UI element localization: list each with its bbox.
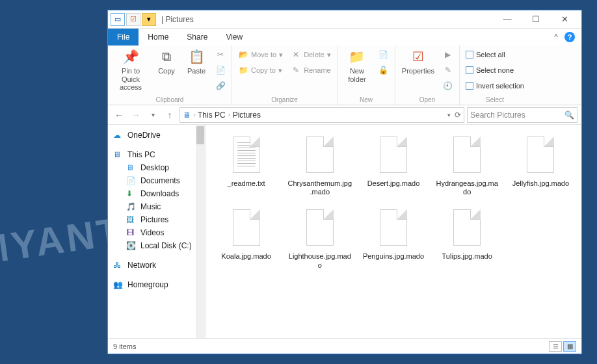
breadcrumb-pictures[interactable]: Pictures (233, 110, 261, 120)
scroll-thumb[interactable] (196, 126, 204, 144)
history-button[interactable]: 🕘 (441, 79, 455, 93)
copy-button[interactable]: ⧉ Copy (153, 47, 179, 75)
documents-icon: 📄 (126, 176, 137, 185)
nav-recent-button[interactable]: ▾ (146, 108, 160, 122)
invertselection-button[interactable]: Invert selection (464, 79, 526, 93)
view-details-button[interactable]: ☰ (549, 341, 562, 352)
pictures-icon: 🖼 (126, 215, 137, 224)
explorer-window: ▭ ☑ ▾ | Pictures — ☐ ✕ File Home Share V… (107, 10, 582, 354)
file-item[interactable]: _readme.txt (211, 130, 282, 199)
nav-network[interactable]: 🖧Network (108, 259, 205, 272)
blankfile-icon (448, 205, 486, 250)
history-icon: 🕘 (443, 81, 453, 91)
tab-view[interactable]: View (217, 29, 252, 46)
tab-home[interactable]: Home (139, 29, 178, 46)
delete-icon: ✕ (291, 49, 301, 60)
minimize-button[interactable]: — (493, 11, 522, 28)
tab-file[interactable]: File (108, 29, 139, 46)
pin-to-quick-access-button[interactable]: 📌 Pin to Quick access (112, 47, 150, 92)
blankfile-icon (301, 133, 339, 177)
properties-button[interactable]: ☑ Properties (399, 47, 437, 75)
blankfile-icon (301, 205, 339, 250)
file-item[interactable]: Lighthouse.jpg.mado (284, 203, 355, 272)
selectall-button[interactable]: Select all (464, 47, 526, 62)
nav-homegroup[interactable]: 👥Homegroup (108, 278, 205, 291)
file-item[interactable]: Koala.jpg.mado (211, 203, 282, 272)
pin-icon: 📌 (121, 47, 140, 66)
nav-pictures[interactable]: 🖼Pictures (108, 213, 205, 226)
file-item[interactable]: Hydrangeas.jpg.mado (432, 130, 503, 199)
paste-button[interactable]: 📋 Paste (183, 47, 209, 75)
help-button[interactable]: ? (564, 32, 575, 42)
copyto-button[interactable]: 📁Copy to ▾ (236, 63, 285, 77)
cloud-icon: ☁ (113, 131, 124, 140)
nav-forward-button[interactable]: → (129, 108, 143, 122)
file-name: Jellyfish.jpg.mado (512, 179, 569, 188)
copypath-icon: 📄 (215, 65, 226, 75)
easyaccess-icon: 🔓 (378, 65, 389, 75)
nav-localdisk[interactable]: 💽Local Disk (C:) (108, 239, 205, 252)
qat-newfolder-icon[interactable]: ▾ (142, 13, 156, 26)
selectnone-button[interactable]: Select none (464, 63, 526, 77)
nav-downloads[interactable]: ⬇Downloads (108, 187, 205, 200)
group-clipboard-label: Clipboard (112, 96, 228, 103)
collapse-ribbon-button[interactable]: ^ (554, 32, 558, 42)
pasteshortcut-button[interactable]: 🔗 (213, 79, 228, 93)
nav-scrollbar[interactable] (196, 125, 205, 338)
nav-desktop[interactable]: 🖥Desktop (108, 161, 205, 174)
nav-back-button[interactable]: ← (112, 108, 126, 122)
address-dropdown-button[interactable]: ▾ (447, 112, 451, 118)
file-item[interactable]: Jellyfish.jpg.mado (505, 130, 576, 199)
ribbon-right: ^ ? (554, 29, 581, 46)
nav-videos[interactable]: 🎞Videos (108, 226, 205, 239)
nav-up-button[interactable]: ↑ (163, 108, 177, 122)
open-button[interactable]: ▶ (441, 47, 455, 62)
view-switcher: ☰ ▦ (549, 341, 576, 352)
ribbon: 📌 Pin to Quick access ⧉ Copy 📋 Paste ✂ 📄… (108, 46, 581, 105)
file-item[interactable]: Chrysanthemum.jpg.mado (284, 130, 355, 199)
moveto-button[interactable]: 📂Move to ▾ (236, 47, 285, 62)
view-icons-button[interactable]: ▦ (563, 341, 576, 352)
nav-onedrive[interactable]: ☁OneDrive (108, 129, 205, 142)
group-new-label: New (341, 96, 391, 103)
file-item[interactable]: Tulips.jpg.mado (432, 203, 503, 272)
group-select-label: Select (464, 96, 526, 103)
tab-share[interactable]: Share (178, 29, 217, 46)
newitem-button[interactable]: 📄 (377, 47, 391, 62)
refresh-button[interactable]: ⟳ (455, 110, 461, 120)
nav-music[interactable]: 🎵Music (108, 200, 205, 213)
nav-thispc[interactable]: 🖥This PC (108, 148, 205, 161)
easyaccess-button[interactable]: 🔓 (377, 63, 391, 77)
breadcrumb-thispc[interactable]: This PC (198, 110, 226, 120)
rename-button[interactable]: ✎Rename (289, 63, 333, 77)
item-count: 9 items (113, 343, 136, 350)
newfolder-button[interactable]: 📁 New folder (341, 47, 373, 83)
maximize-button[interactable]: ☐ (522, 11, 550, 28)
search-icon: 🔍 (564, 110, 574, 120)
cut-icon: ✂ (215, 49, 226, 60)
paste-icon: 📋 (187, 47, 206, 66)
nav-documents[interactable]: 📄Documents (108, 174, 205, 187)
blankfile-icon (228, 205, 265, 250)
qat-properties-icon[interactable]: ☑ (126, 13, 140, 26)
file-name: _readme.txt (228, 179, 265, 188)
folder-icon: 📁 (347, 47, 367, 66)
file-item[interactable]: Penguins.jpg.mado (358, 203, 429, 272)
edit-button[interactable]: ✎ (441, 63, 455, 77)
close-button[interactable]: ✕ (550, 11, 579, 28)
cut-button[interactable]: ✂ (213, 47, 228, 62)
file-grid[interactable]: _readme.txtChrysanthemum.jpg.madoDesert.… (206, 125, 581, 338)
blankfile-icon (375, 133, 412, 177)
blankfile-icon (448, 133, 486, 177)
copypath-button[interactable]: 📄 (213, 63, 228, 77)
copyto-icon: 📁 (238, 65, 248, 75)
selectall-icon (466, 51, 473, 58)
delete-button[interactable]: ✕Delete ▾ (289, 47, 333, 62)
navigation-pane: ☁OneDrive 🖥This PC 🖥Desktop 📄Documents ⬇… (108, 125, 206, 338)
blankfile-icon (522, 133, 559, 177)
search-input[interactable]: Search Pictures 🔍 (467, 107, 577, 123)
qat-explorer-icon[interactable]: ▭ (111, 13, 125, 26)
pc-icon: 🖥 (183, 110, 191, 120)
address-bar[interactable]: 🖥 › This PC › Pictures ▾ ⟳ (179, 107, 464, 123)
file-item[interactable]: Desert.jpg.mado (358, 130, 429, 199)
